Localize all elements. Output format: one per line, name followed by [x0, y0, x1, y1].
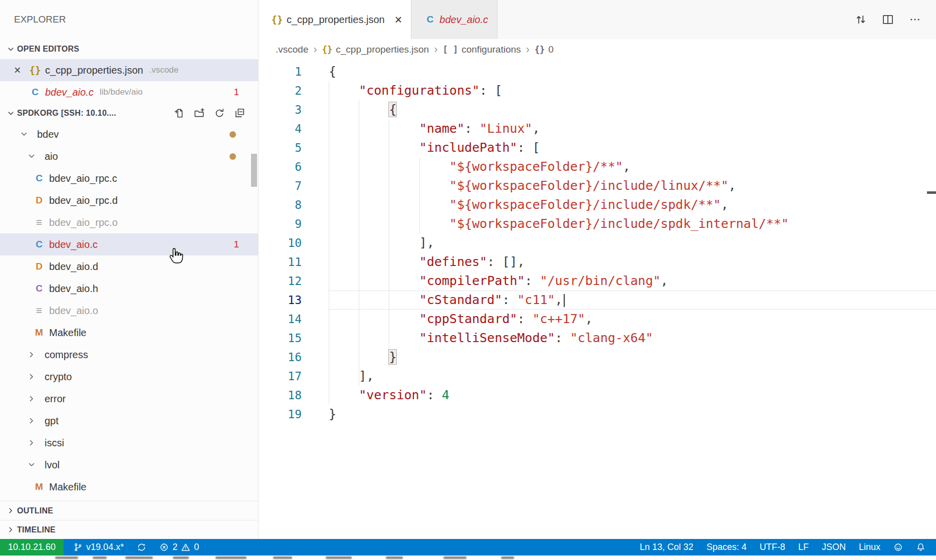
- line-number: 16: [259, 348, 329, 367]
- status-sync[interactable]: [130, 539, 153, 555]
- tree-item-bdev-aio-h[interactable]: Cbdev_aio.h: [0, 277, 258, 300]
- line-content: "version": 4: [329, 386, 936, 405]
- status-eol[interactable]: LF: [792, 539, 815, 555]
- code-line-7[interactable]: 7 "${workspaceFolder}/include/linux/**",: [259, 176, 936, 195]
- code-token: "configurations": [359, 83, 480, 98]
- close-icon[interactable]: ×: [395, 13, 402, 27]
- code-line-6[interactable]: 6 "${workspaceFolder}/**",: [259, 157, 936, 176]
- code-line-15[interactable]: 15 "intelliSenseMode": "clang-x64": [259, 329, 936, 348]
- main-area: EXPLORER OPEN EDITORS ×{}c_cpp_propertie…: [0, 0, 936, 539]
- new-folder-icon[interactable]: [194, 108, 205, 119]
- line-content: "name": "Linux",: [329, 119, 936, 138]
- code-token: [329, 140, 419, 155]
- status-notifications[interactable]: [909, 539, 932, 555]
- code-line-13[interactable]: 13 "cStandard": "c11",: [259, 291, 936, 310]
- new-file-icon[interactable]: [174, 108, 185, 119]
- code-line-14[interactable]: 14 "cppStandard": "c++17",: [259, 310, 936, 329]
- status-cursor-position[interactable]: Ln 13, Col 32: [633, 539, 700, 555]
- problems-badge: 1: [233, 87, 239, 98]
- code-line-16[interactable]: 16 }: [259, 348, 936, 367]
- code-line-11[interactable]: 11 "defines": [],: [259, 252, 936, 271]
- more-actions-icon[interactable]: [909, 14, 921, 26]
- tree-item-bdev-aio-rpc-o[interactable]: ≡bdev_aio_rpc.o: [0, 211, 258, 233]
- open-editor-c-cpp-properties-json[interactable]: ×{}c_cpp_properties.json.vscode: [0, 59, 258, 81]
- breadcrumb-c-cpp-properties-json[interactable]: {}c_cpp_properties.json: [322, 44, 429, 55]
- tree-item-bdev-aio-o[interactable]: ≡bdev_aio.o: [0, 300, 258, 322]
- tree-item-compress[interactable]: compress: [0, 344, 258, 366]
- code-line-2[interactable]: 2 "configurations": [: [259, 81, 936, 100]
- breadcrumb-0[interactable]: {}0: [535, 44, 554, 55]
- collapse-all-icon[interactable]: [234, 108, 245, 119]
- close-editor-icon[interactable]: ×: [14, 64, 28, 77]
- code-token: :: [427, 388, 442, 402]
- outline-header[interactable]: OUTLINE: [0, 501, 258, 520]
- tab-bdev-aio-c[interactable]: Cbdev_aio.c: [411, 0, 498, 39]
- breadcrumb-configurations[interactable]: [ ]configurations: [443, 44, 521, 55]
- open-editors-header[interactable]: OPEN EDITORS: [0, 39, 258, 59]
- code-line-17[interactable]: 17 ],: [259, 367, 936, 386]
- status-encoding[interactable]: UTF-8: [753, 539, 792, 555]
- chevron-down-icon: [19, 129, 31, 139]
- sidebar-scrollbar[interactable]: [251, 154, 257, 187]
- background-text-fragment: [273, 556, 292, 559]
- code-line-4[interactable]: 4 "name": "Linux",: [259, 119, 936, 138]
- background-text-fragment: [173, 556, 189, 559]
- status-feedback[interactable]: [887, 539, 909, 555]
- code-editor[interactable]: 1{2 "configurations": [3 {4 "name": "Lin…: [259, 60, 936, 539]
- code-line-12[interactable]: 12 "compilerPath": "/usr/bin/clang",: [259, 271, 936, 291]
- code-line-1[interactable]: 1{: [259, 62, 936, 81]
- workspace-header[interactable]: SPDKORG [SSH: 10.10....: [0, 103, 258, 123]
- tree-item-bdev-aio-d[interactable]: Dbdev_aio.d: [0, 255, 258, 277]
- tree-item-makefile[interactable]: MMakefile: [0, 322, 258, 344]
- line-number: 18: [259, 386, 329, 405]
- status-remote-os[interactable]: Linux: [852, 539, 887, 555]
- tree-item-bdev-aio-rpc-d[interactable]: Dbdev_aio_rpc.d: [0, 189, 258, 211]
- modified-indicator: [229, 131, 236, 138]
- tree-item-crypto[interactable]: crypto: [0, 366, 258, 388]
- json-symbol-icon: {}: [322, 45, 332, 55]
- status-problems[interactable]: 20: [153, 539, 205, 555]
- code-line-3[interactable]: 3 {: [259, 100, 936, 119]
- tab-c-cpp-properties-json[interactable]: {}c_cpp_properties.json×: [259, 0, 411, 39]
- code-token: [],: [502, 254, 525, 269]
- status-indentation[interactable]: Spaces: 4: [700, 539, 753, 555]
- line-content: "${workspaceFolder}/include/spdk/**",: [329, 195, 936, 214]
- timeline-header[interactable]: TIMELINE: [0, 520, 258, 539]
- tree-item-iscsi[interactable]: iscsi: [0, 432, 258, 454]
- tabs: {}c_cpp_properties.json×Cbdev_aio.c: [259, 0, 498, 39]
- tree-item-label: bdev_aio_rpc.o: [49, 217, 118, 228]
- c-file-icon: C: [32, 173, 46, 184]
- code-line-9[interactable]: 9 "${workspaceFolder}/include/spdk_inter…: [259, 214, 936, 233]
- refresh-icon[interactable]: [214, 108, 225, 119]
- error-icon: [159, 542, 169, 552]
- h-file-icon: C: [32, 283, 46, 294]
- warning-icon: [181, 542, 190, 552]
- code-line-18[interactable]: 18 "version": 4: [259, 386, 936, 405]
- tree-item-bdev-aio-rpc-c[interactable]: Cbdev_aio_rpc.c: [0, 167, 258, 189]
- o-file-icon: ≡: [32, 305, 46, 317]
- tree-item-bdev-aio-c[interactable]: Cbdev_aio.c1: [0, 233, 258, 255]
- tree-item-aio[interactable]: aio: [0, 145, 258, 167]
- status-remote-host[interactable]: 10.10.21.60: [0, 539, 64, 555]
- status-language-mode[interactable]: JSON: [815, 539, 852, 555]
- tree-item-gpt[interactable]: gpt: [0, 410, 258, 432]
- open-changes-icon[interactable]: [855, 14, 867, 26]
- tree-item-bdev[interactable]: bdev: [0, 123, 258, 145]
- code-token: [329, 293, 419, 307]
- status-text: 10.10.21.60: [8, 542, 56, 552]
- breadcrumb-vscode[interactable]: .vscode: [276, 44, 308, 55]
- open-editor-bdev-aio-c[interactable]: Cbdev_aio.clib/bdev/aio1: [0, 81, 258, 103]
- code-token: "c11": [517, 293, 555, 307]
- code-line-5[interactable]: 5 "includePath": [: [259, 138, 936, 157]
- code-line-19[interactable]: 19}: [259, 405, 936, 424]
- code-line-8[interactable]: 8 "${workspaceFolder}/include/spdk/**",: [259, 195, 936, 214]
- split-editor-icon[interactable]: [882, 14, 894, 26]
- tree-item-error[interactable]: error: [0, 388, 258, 410]
- status-git-branch[interactable]: v19.04.x*: [67, 539, 130, 555]
- code-line-10[interactable]: 10 ],: [259, 233, 936, 252]
- code-token: [329, 388, 359, 402]
- tree-item-makefile[interactable]: MMakefile: [0, 476, 258, 498]
- code-token: [329, 273, 419, 288]
- error-count: 2: [172, 542, 177, 552]
- tree-item-lvol[interactable]: lvol: [0, 454, 258, 476]
